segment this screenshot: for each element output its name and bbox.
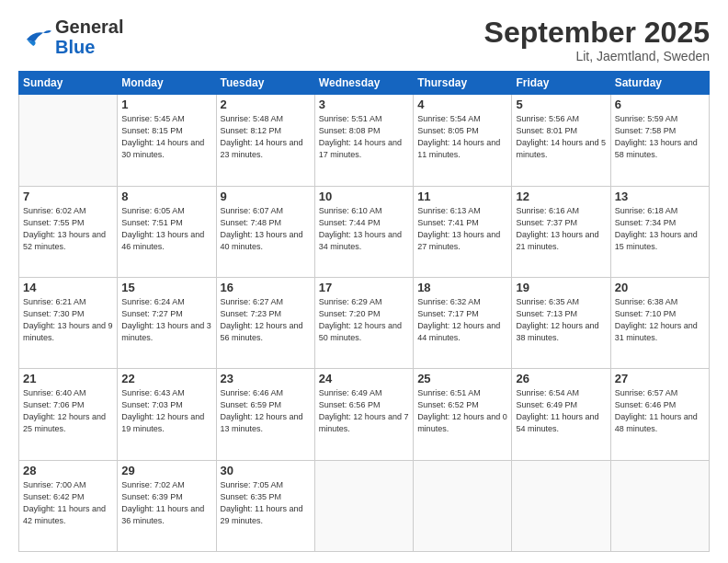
day-number: 2 (221, 98, 311, 111)
calendar-cell: 3Sunrise: 5:51 AMSunset: 8:08 PMDaylight… (314, 95, 413, 186)
daylight-label: Daylight: 13 hours and 27 minutes. (417, 230, 500, 251)
calendar-cell: 1Sunrise: 5:45 AMSunset: 8:15 PMDaylight… (118, 95, 216, 186)
sunrise-label: Sunrise: 6:21 AM (23, 297, 86, 306)
sunset-label: Sunset: 7:34 PM (615, 218, 677, 227)
daylight-label: Daylight: 13 hours and 40 minutes. (221, 230, 303, 251)
day-number: 17 (319, 281, 409, 294)
daylight-label: Daylight: 13 hours and 9 minutes. (23, 321, 113, 342)
calendar-table: Sunday Monday Tuesday Wednesday Thursday… (18, 71, 710, 552)
calendar-cell: 10Sunrise: 6:10 AMSunset: 7:44 PMDayligh… (314, 186, 413, 277)
calendar-cell: 23Sunrise: 6:46 AMSunset: 6:59 PMDayligh… (216, 369, 314, 460)
day-info: Sunrise: 6:32 AMSunset: 7:17 PMDaylight:… (417, 296, 507, 344)
daylight-label: Daylight: 14 hours and 17 minutes. (319, 138, 402, 159)
col-saturday: Saturday (610, 72, 709, 95)
calendar-cell: 4Sunrise: 5:54 AMSunset: 8:05 PMDaylight… (414, 95, 512, 186)
day-number: 4 (417, 98, 507, 111)
sunset-label: Sunset: 6:52 PM (417, 400, 479, 409)
day-info: Sunrise: 6:51 AMSunset: 6:52 PMDaylight:… (417, 387, 507, 435)
sunset-label: Sunset: 7:41 PM (417, 218, 479, 227)
calendar-cell: 25Sunrise: 6:51 AMSunset: 6:52 PMDayligh… (414, 369, 512, 460)
sunrise-label: Sunrise: 6:35 AM (516, 297, 579, 306)
daylight-label: Daylight: 12 hours and 31 minutes. (615, 321, 698, 342)
sunset-label: Sunset: 6:49 PM (516, 400, 577, 409)
calendar-cell: 9Sunrise: 6:07 AMSunset: 7:48 PMDaylight… (216, 186, 314, 277)
sunset-label: Sunset: 7:30 PM (23, 309, 85, 318)
daylight-label: Daylight: 12 hours and 25 minutes. (23, 412, 106, 433)
calendar-cell: 13Sunrise: 6:18 AMSunset: 7:34 PMDayligh… (610, 186, 709, 277)
calendar-week-2: 7Sunrise: 6:02 AMSunset: 7:55 PMDaylight… (19, 186, 710, 277)
calendar-cell: 22Sunrise: 6:43 AMSunset: 7:03 PMDayligh… (118, 369, 216, 460)
daylight-label: Daylight: 12 hours and 38 minutes. (516, 321, 598, 342)
daylight-label: Daylight: 13 hours and 58 minutes. (615, 138, 698, 159)
sunrise-label: Sunrise: 6:38 AM (615, 297, 678, 306)
calendar-cell (512, 460, 610, 551)
sunrise-label: Sunrise: 5:54 AM (417, 114, 481, 123)
col-tuesday: Tuesday (216, 72, 314, 95)
sunrise-label: Sunrise: 5:51 AM (319, 114, 382, 123)
sunrise-label: Sunrise: 6:16 AM (516, 206, 579, 215)
day-number: 9 (221, 190, 311, 203)
sunset-label: Sunset: 8:01 PM (516, 126, 577, 135)
daylight-label: Daylight: 11 hours and 36 minutes. (121, 504, 204, 525)
day-number: 23 (221, 372, 311, 385)
calendar-cell: 7Sunrise: 6:02 AMSunset: 7:55 PMDaylight… (19, 186, 118, 277)
daylight-label: Daylight: 13 hours and 21 minutes. (516, 230, 598, 251)
sunrise-label: Sunrise: 6:32 AM (417, 297, 481, 306)
calendar-cell: 6Sunrise: 5:59 AMSunset: 7:58 PMDaylight… (610, 95, 709, 186)
sunrise-label: Sunrise: 6:18 AM (615, 206, 678, 215)
day-info: Sunrise: 7:05 AMSunset: 6:35 PMDaylight:… (221, 479, 311, 527)
day-info: Sunrise: 7:00 AMSunset: 6:42 PMDaylight:… (23, 479, 113, 527)
day-info: Sunrise: 6:57 AMSunset: 6:46 PMDaylight:… (615, 387, 705, 435)
calendar-cell (414, 460, 512, 551)
day-info: Sunrise: 6:43 AMSunset: 7:03 PMDaylight:… (121, 387, 211, 435)
calendar-cell: 24Sunrise: 6:49 AMSunset: 6:56 PMDayligh… (314, 369, 413, 460)
sunrise-label: Sunrise: 7:05 AM (221, 480, 284, 489)
day-number: 24 (319, 372, 409, 385)
calendar-cell: 2Sunrise: 5:48 AMSunset: 8:12 PMDaylight… (216, 95, 314, 186)
sunrise-label: Sunrise: 6:43 AM (121, 388, 185, 397)
sunset-label: Sunset: 7:55 PM (23, 218, 85, 227)
calendar-cell: 16Sunrise: 6:27 AMSunset: 7:23 PMDayligh… (216, 277, 314, 368)
calendar-cell (19, 95, 118, 186)
sunrise-label: Sunrise: 6:57 AM (615, 388, 678, 397)
day-number: 3 (319, 98, 409, 111)
calendar-cell: 5Sunrise: 5:56 AMSunset: 8:01 PMDaylight… (512, 95, 610, 186)
sunset-label: Sunset: 7:58 PM (615, 126, 677, 135)
calendar-header-row: Sunday Monday Tuesday Wednesday Thursday… (19, 72, 710, 95)
calendar-cell (610, 460, 709, 551)
calendar-week-3: 14Sunrise: 6:21 AMSunset: 7:30 PMDayligh… (19, 277, 710, 368)
sunset-label: Sunset: 8:05 PM (417, 126, 479, 135)
day-info: Sunrise: 7:02 AMSunset: 6:39 PMDaylight:… (121, 479, 211, 527)
col-friday: Friday (512, 72, 610, 95)
sunrise-label: Sunrise: 6:40 AM (23, 388, 86, 397)
calendar-cell: 28Sunrise: 7:00 AMSunset: 6:42 PMDayligh… (19, 460, 118, 551)
day-info: Sunrise: 6:35 AMSunset: 7:13 PMDaylight:… (516, 296, 606, 344)
sunrise-label: Sunrise: 6:54 AM (516, 388, 579, 397)
day-info: Sunrise: 5:45 AMSunset: 8:15 PMDaylight:… (121, 113, 211, 161)
logo: General Blue (18, 17, 123, 57)
sunrise-label: Sunrise: 7:00 AM (23, 480, 86, 489)
sunrise-label: Sunrise: 6:02 AM (23, 206, 86, 215)
day-info: Sunrise: 6:40 AMSunset: 7:06 PMDaylight:… (23, 387, 113, 435)
logo-icon (18, 24, 51, 50)
calendar-cell: 18Sunrise: 6:32 AMSunset: 7:17 PMDayligh… (414, 277, 512, 368)
day-info: Sunrise: 6:38 AMSunset: 7:10 PMDaylight:… (615, 296, 705, 344)
sunset-label: Sunset: 8:12 PM (221, 126, 282, 135)
sunrise-label: Sunrise: 7:02 AM (121, 480, 185, 489)
calendar-week-1: 1Sunrise: 5:45 AMSunset: 8:15 PMDaylight… (19, 95, 710, 186)
sunset-label: Sunset: 7:44 PM (319, 218, 381, 227)
sunrise-label: Sunrise: 6:24 AM (121, 297, 185, 306)
sunrise-label: Sunrise: 6:13 AM (417, 206, 481, 215)
sunset-label: Sunset: 6:42 PM (23, 492, 85, 501)
day-info: Sunrise: 6:13 AMSunset: 7:41 PMDaylight:… (417, 205, 507, 253)
col-thursday: Thursday (414, 72, 512, 95)
day-info: Sunrise: 6:07 AMSunset: 7:48 PMDaylight:… (221, 205, 311, 253)
day-number: 10 (319, 190, 409, 203)
calendar-cell: 30Sunrise: 7:05 AMSunset: 6:35 PMDayligh… (216, 460, 314, 551)
day-number: 27 (615, 372, 705, 385)
calendar-subtitle: Lit, Jaemtland, Sweden (484, 49, 710, 63)
day-info: Sunrise: 6:29 AMSunset: 7:20 PMDaylight:… (319, 296, 409, 344)
day-info: Sunrise: 5:54 AMSunset: 8:05 PMDaylight:… (417, 113, 507, 161)
sunset-label: Sunset: 7:51 PM (121, 218, 183, 227)
sunset-label: Sunset: 7:13 PM (516, 309, 577, 318)
